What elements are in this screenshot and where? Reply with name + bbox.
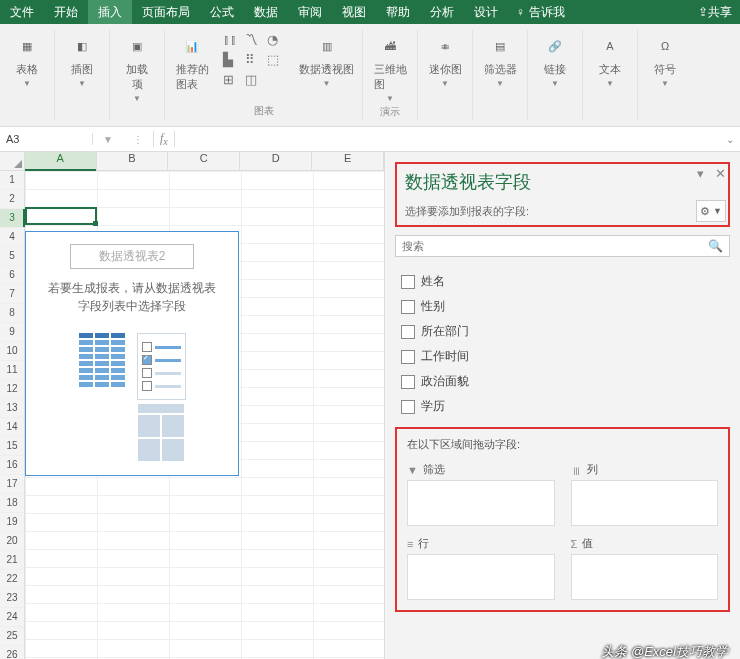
pivotchart-button[interactable]: ▥数据透视图▼: [297, 30, 356, 90]
row-header[interactable]: 21: [0, 551, 24, 570]
tab-home[interactable]: 开始: [44, 0, 88, 24]
tab-analyze[interactable]: 分析: [420, 0, 464, 24]
row-header[interactable]: 18: [0, 494, 24, 513]
tab-review[interactable]: 审阅: [288, 0, 332, 24]
illustrations-button[interactable]: ◧插图▼: [61, 30, 103, 90]
pivottable-placeholder[interactable]: 数据透视表2 若要生成报表，请从数据透视表字段列表中选择字段: [25, 231, 239, 476]
row-header[interactable]: 5: [0, 247, 24, 266]
combo-chart-icon[interactable]: ◫: [245, 72, 265, 90]
row-header[interactable]: 20: [0, 532, 24, 551]
stock-chart-icon[interactable]: ⊞: [223, 72, 243, 90]
columns-drop-area[interactable]: ⫼列: [571, 462, 719, 526]
gear-icon: ⚙: [700, 205, 710, 218]
tab-formula[interactable]: 公式: [200, 0, 244, 24]
formula-input[interactable]: [175, 133, 720, 145]
field-item[interactable]: 性别: [399, 294, 726, 319]
link-button[interactable]: 🔗链接▼: [534, 30, 576, 90]
tab-help[interactable]: 帮助: [376, 0, 420, 24]
field-item[interactable]: 政治面貌: [399, 369, 726, 394]
row-header[interactable]: 11: [0, 361, 24, 380]
row-header[interactable]: 23: [0, 589, 24, 608]
symbol-button[interactable]: Ω符号▼: [644, 30, 686, 90]
row-header[interactable]: 6: [0, 266, 24, 285]
columns-icon: ⫼: [571, 464, 582, 476]
bar-chart-icon[interactable]: ⫿⫿: [223, 32, 243, 50]
recommended-charts-button[interactable]: 📊推荐的 图表: [171, 30, 213, 94]
name-box[interactable]: A3: [0, 133, 93, 145]
tab-view[interactable]: 视图: [332, 0, 376, 24]
tab-insert[interactable]: 插入: [88, 0, 132, 24]
row-header[interactable]: 13: [0, 399, 24, 418]
field-item[interactable]: 姓名: [399, 269, 726, 294]
pane-settings-button[interactable]: ⚙▼: [696, 200, 726, 222]
worksheet: A B C D E 123456789101112131415161718192…: [0, 152, 384, 659]
chart-gallery[interactable]: ⫿⫿ 〽 ◔ ▙ ⠿ ⬚ ⊞ ◫: [223, 32, 287, 90]
col-header-B[interactable]: B: [97, 152, 169, 170]
pivottable-hint: 若要生成报表，请从数据透视表字段列表中选择字段: [36, 279, 228, 315]
row-header[interactable]: 26: [0, 646, 24, 659]
cell-grid[interactable]: 数据透视表2 若要生成报表，请从数据透视表字段列表中选择字段: [25, 171, 384, 659]
col-header-D[interactable]: D: [240, 152, 312, 170]
scatter-chart-icon[interactable]: ⠿: [245, 52, 265, 70]
filter-drop-area[interactable]: ▼筛选: [407, 462, 555, 526]
row-header[interactable]: 9: [0, 323, 24, 342]
tab-file[interactable]: 文件: [0, 0, 44, 24]
row-header[interactable]: 14: [0, 418, 24, 437]
tab-design[interactable]: 设计: [464, 0, 508, 24]
select-all-corner[interactable]: [0, 152, 25, 170]
namebox-dropdown[interactable]: ▼: [93, 134, 123, 145]
tab-layout[interactable]: 页面布局: [132, 0, 200, 24]
line-chart-icon[interactable]: 〽: [245, 32, 265, 50]
col-header-C[interactable]: C: [168, 152, 240, 170]
row-header[interactable]: 7: [0, 285, 24, 304]
addins-button[interactable]: ▣加载 项▼: [116, 30, 158, 105]
fx-button[interactable]: fx: [153, 131, 175, 147]
row-header[interactable]: 24: [0, 608, 24, 627]
active-cell[interactable]: [25, 207, 97, 225]
formula-expand[interactable]: ⌄: [720, 134, 740, 145]
row-header[interactable]: 22: [0, 570, 24, 589]
slicer-button[interactable]: ▤筛选器▼: [479, 30, 521, 90]
area-chart-icon[interactable]: ▙: [223, 52, 243, 70]
tab-data[interactable]: 数据: [244, 0, 288, 24]
3dmap-button[interactable]: 🏙三维地 图▼: [369, 30, 411, 105]
tab-share[interactable]: ⇪ 共享: [690, 0, 740, 24]
values-drop-area[interactable]: Σ值: [571, 536, 719, 600]
checkbox-icon[interactable]: [401, 375, 415, 389]
field-label: 所在部门: [421, 323, 469, 340]
pie-chart-icon[interactable]: ◔: [267, 32, 287, 50]
row-header[interactable]: 25: [0, 627, 24, 646]
field-search[interactable]: 🔍: [395, 235, 730, 257]
tab-tellme[interactable]: ♀告诉我: [508, 0, 573, 24]
row-header[interactable]: 8: [0, 304, 24, 323]
checkbox-icon[interactable]: [401, 325, 415, 339]
row-header[interactable]: 2: [0, 190, 24, 209]
row-header[interactable]: 15: [0, 437, 24, 456]
row-header[interactable]: 19: [0, 513, 24, 532]
field-search-input[interactable]: [396, 236, 702, 256]
pane-close-button[interactable]: ▾ ✕: [697, 166, 726, 181]
share-icon: ⇪: [698, 5, 708, 19]
field-item[interactable]: 所在部门: [399, 319, 726, 344]
row-header[interactable]: 4: [0, 228, 24, 247]
row-header[interactable]: 12: [0, 380, 24, 399]
col-header-E[interactable]: E: [312, 152, 384, 170]
field-item[interactable]: 学历: [399, 394, 726, 419]
row-header[interactable]: 3: [0, 209, 24, 228]
rows-drop-area[interactable]: ≡行: [407, 536, 555, 600]
row-header[interactable]: 17: [0, 475, 24, 494]
col-header-A[interactable]: A: [25, 152, 97, 170]
map-chart-icon[interactable]: ⬚: [267, 52, 287, 70]
checkbox-icon[interactable]: [401, 300, 415, 314]
checkbox-icon[interactable]: [401, 275, 415, 289]
field-item[interactable]: 工作时间: [399, 344, 726, 369]
row-header[interactable]: 16: [0, 456, 24, 475]
sparkline-button[interactable]: ⩨迷你图▼: [424, 30, 466, 90]
checkbox-icon[interactable]: [401, 350, 415, 364]
row-header[interactable]: 10: [0, 342, 24, 361]
tables-button[interactable]: ▦表格▼: [6, 30, 48, 90]
text-button[interactable]: A文本▼: [589, 30, 631, 90]
symbol-icon: Ω: [651, 32, 679, 60]
checkbox-icon[interactable]: [401, 400, 415, 414]
row-header[interactable]: 1: [0, 171, 24, 190]
